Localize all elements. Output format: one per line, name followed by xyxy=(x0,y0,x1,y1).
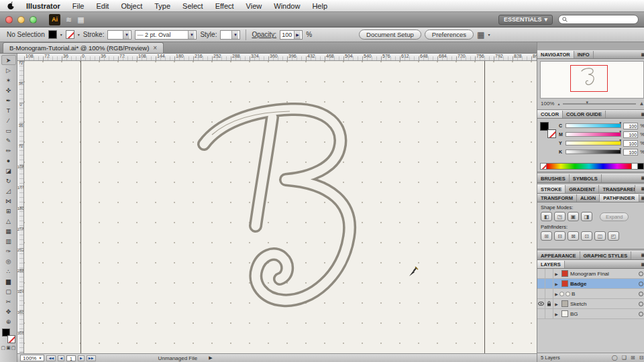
tab-color-guide[interactable]: COLOR GUIDE xyxy=(563,111,606,118)
magenta-slider[interactable]: ▼ xyxy=(566,132,621,137)
cyan-slider[interactable]: ▼ xyxy=(566,123,621,128)
blend-tool[interactable]: ◎ xyxy=(1,256,16,266)
slider-marker[interactable]: ▼ xyxy=(619,129,622,133)
lock-toggle[interactable] xyxy=(545,279,553,289)
delete-layer-icon[interactable]: ⊟ xyxy=(639,355,644,361)
target-circle[interactable] xyxy=(639,312,643,316)
search-box[interactable] xyxy=(558,15,639,24)
draw-inside-icon[interactable]: ▢ xyxy=(11,345,16,351)
artboard-number-field[interactable]: 1 xyxy=(66,355,76,361)
merge-button[interactable]: ⊠ xyxy=(568,231,579,241)
search-input[interactable] xyxy=(570,15,631,23)
slider-marker[interactable]: ▼ xyxy=(619,138,622,142)
tab-brushes[interactable]: BRUSHES xyxy=(537,174,570,182)
tab-navigator[interactable]: NAVIGATOR xyxy=(537,51,574,58)
tab-gradient[interactable]: GRADIENT xyxy=(566,185,599,193)
document-tab[interactable]: B-Monogram-Tutorial.ai* @ 100% (RGB/Prev… xyxy=(3,42,164,53)
menu-item[interactable]: Object xyxy=(115,2,148,10)
visibility-toggle[interactable] xyxy=(537,279,545,289)
style-combo[interactable]: ▼ xyxy=(220,30,240,40)
stroke-weight-combo[interactable]: ▼ xyxy=(107,30,131,40)
layer-row-b[interactable]: ▶ B xyxy=(537,289,644,299)
artboard-tool[interactable]: ▢ xyxy=(1,286,16,296)
black-value-field[interactable]: 100 xyxy=(623,149,638,156)
visibility-toggle[interactable] xyxy=(537,299,545,309)
tab-transparency[interactable]: TRANSPARENCY xyxy=(599,185,635,193)
layer-row-bg[interactable]: ▶ BG xyxy=(537,309,644,319)
tab-layers[interactable]: LAYERS xyxy=(537,261,565,268)
menu-item[interactable]: View xyxy=(240,2,268,10)
visibility-toggle[interactable] xyxy=(537,289,545,299)
unite-button[interactable]: ◧ xyxy=(541,212,552,221)
draw-normal-icon[interactable]: ▢ xyxy=(1,345,6,351)
minus-back-button[interactable]: ◰ xyxy=(608,231,619,241)
pencil-tool[interactable]: ✏ xyxy=(1,145,16,156)
column-graph-tool[interactable]: ▆ xyxy=(1,276,16,286)
minus-front-button[interactable]: ◳ xyxy=(554,212,566,221)
fill-color-swatch[interactable] xyxy=(48,30,57,39)
magic-wand-tool[interactable]: ✶ xyxy=(1,75,16,85)
symbol-sprayer-tool[interactable]: ∴ xyxy=(1,266,16,276)
menu-item[interactable]: File xyxy=(66,2,91,10)
visibility-toggle[interactable] xyxy=(537,309,545,319)
status-menu-icon[interactable]: ▶ xyxy=(209,355,212,361)
previous-artboard-button[interactable]: ◀ xyxy=(58,355,64,361)
mesh-tool[interactable]: ▦ xyxy=(1,226,16,236)
align-options-icon[interactable]: ▦ xyxy=(477,30,484,40)
last-artboard-button[interactable]: ▶▶ xyxy=(87,355,96,361)
white-swatch[interactable] xyxy=(632,163,638,170)
preferences-button[interactable]: Preferences xyxy=(425,29,474,40)
slice-tool[interactable]: ✂ xyxy=(1,296,16,306)
rectangle-tool[interactable]: ▭ xyxy=(1,125,16,135)
workspace-switcher[interactable]: ESSENTIALS ▾ xyxy=(498,15,553,25)
minimize-window-button[interactable] xyxy=(17,16,25,23)
slider-marker[interactable]: ▼ xyxy=(619,147,622,151)
hand-tool[interactable]: ✥ xyxy=(1,306,16,316)
target-circle[interactable] xyxy=(639,282,643,286)
menu-item[interactable]: Select xyxy=(176,2,209,10)
visibility-toggle[interactable] xyxy=(537,269,545,279)
chevron-down-icon[interactable]: ▾ xyxy=(488,32,490,37)
panel-menu-icon[interactable]: ≣ xyxy=(639,174,644,182)
navigator-thumbnail[interactable] xyxy=(540,61,644,99)
draw-behind-icon[interactable]: ▣ xyxy=(6,345,11,351)
layer-row-badge[interactable]: ▶ Badge xyxy=(537,279,644,289)
panel-menu-icon[interactable]: ≣ xyxy=(639,251,644,259)
navigator-view-rectangle[interactable] xyxy=(570,65,608,92)
lasso-tool[interactable]: ✜ xyxy=(1,85,16,95)
tab-transform[interactable]: TRANSFORM xyxy=(537,194,577,202)
exclude-button[interactable]: ◨ xyxy=(581,212,592,221)
magenta-value-field[interactable]: 100 xyxy=(623,131,638,138)
intersect-button[interactable]: ▣ xyxy=(568,212,579,221)
tab-info[interactable]: INFO xyxy=(574,51,594,58)
first-artboard-button[interactable]: ◀◀ xyxy=(46,355,56,361)
tab-color[interactable]: COLOR xyxy=(537,111,563,118)
black-swatch[interactable] xyxy=(638,163,644,170)
tab-stroke[interactable]: STROKE xyxy=(537,185,566,193)
zoom-tool[interactable]: ⊕ xyxy=(1,316,16,326)
slider-marker[interactable]: ▼ xyxy=(619,121,622,125)
layer-row-sketch[interactable]: ▶ Sketch xyxy=(537,299,644,309)
free-transform-tool[interactable]: ⊞ xyxy=(1,206,16,216)
horizontal-ruler[interactable]: 1087236036721081441802162522883243603964… xyxy=(17,54,537,61)
layer-name[interactable]: B xyxy=(572,291,639,297)
lock-toggle[interactable] xyxy=(545,299,553,309)
apple-icon[interactable] xyxy=(5,1,16,10)
spectrum-bar[interactable] xyxy=(547,163,632,170)
slider-thumb[interactable]: ▼ xyxy=(585,101,589,105)
selection-tool[interactable]: ➤ xyxy=(1,55,16,65)
crop-button[interactable]: ⊡ xyxy=(581,231,592,241)
scale-tool[interactable]: ◿ xyxy=(1,186,16,196)
document-setup-button[interactable]: Document Setup xyxy=(359,29,421,40)
tab-pathfinder[interactable]: PATHFINDER xyxy=(600,194,639,202)
menu-item[interactable]: Help xyxy=(306,2,333,10)
disclosure-icon[interactable]: ▶ xyxy=(553,292,559,296)
lock-toggle[interactable] xyxy=(545,309,553,319)
navigator-zoom-slider[interactable]: ▼ xyxy=(563,103,636,105)
yellow-value-field[interactable]: 100 xyxy=(623,140,638,147)
fill-stroke-indicator[interactable] xyxy=(2,328,15,343)
layer-row-monogram-final[interactable]: ▶ Monogram Final xyxy=(537,269,644,279)
direct-selection-tool[interactable]: ▷ xyxy=(1,65,16,75)
line-segment-tool[interactable]: ∕ xyxy=(1,115,16,125)
target-circle[interactable] xyxy=(639,292,643,296)
